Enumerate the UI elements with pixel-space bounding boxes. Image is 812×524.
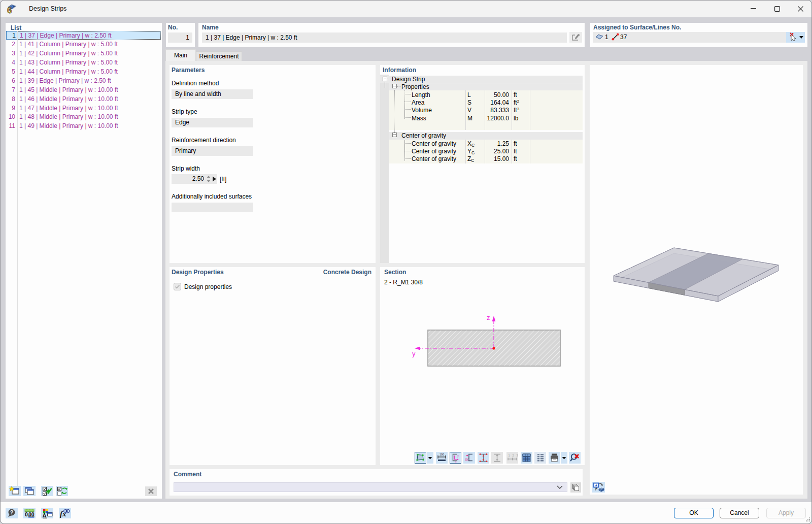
svg-text:00: 00 [28,511,35,517]
svg-text:?: ? [10,509,14,515]
svg-text:x: x [455,460,457,463]
svg-text:100: 100 [439,453,444,456]
svg-text:A: A [43,512,47,518]
svg-text:1 2 3: 1 2 3 [509,454,519,457]
svg-text:fx: fx [60,510,66,518]
svg-text:z: z [487,314,490,321]
svg-text:y: y [457,454,459,457]
svg-text:6: 6 [7,6,12,14]
svg-text:y: y [412,350,416,357]
